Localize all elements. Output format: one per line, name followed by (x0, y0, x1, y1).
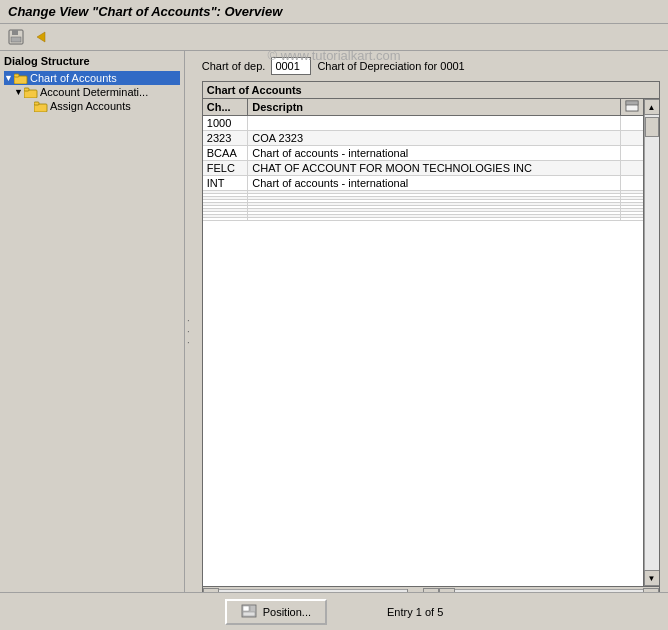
col-header-ch: Ch... (203, 99, 248, 116)
table-row[interactable]: BCAA Chart of accounts - international (203, 146, 643, 161)
sidebar-item-chart-of-accounts[interactable]: ▼ Chart of Accounts (4, 71, 180, 85)
svg-rect-5 (14, 74, 19, 77)
position-btn-label: Position... (263, 606, 311, 618)
bottom-bar: Position... Entry 1 of 5 (0, 592, 668, 630)
cell-ch: FELC (203, 161, 248, 176)
svg-rect-9 (34, 102, 39, 105)
cell-ch: BCAA (203, 146, 248, 161)
save-icon[interactable] (6, 27, 26, 47)
svg-rect-11 (626, 101, 638, 105)
vertical-scrollbar[interactable]: ▲ ▼ (643, 99, 659, 586)
table-wrapper: Ch... Descriptn (203, 99, 659, 586)
dep-description: Chart of Depreciation for 0001 (317, 60, 464, 72)
dep-value-input[interactable] (271, 57, 311, 75)
cell-desc: Chart of accounts - international (248, 146, 621, 161)
back-icon[interactable] (30, 27, 50, 47)
sidebar-separator: · · · (185, 51, 194, 611)
cell-ch: INT (203, 176, 248, 191)
sidebar-label-3: Assign Accounts (50, 100, 131, 112)
tree-toggle-3 (24, 101, 34, 111)
table-row[interactable]: 2323 COA 2323 (203, 131, 643, 146)
window-title: Change View "Chart of Accounts": Overvie… (0, 0, 668, 24)
header-row: Chart of dep. Chart of Depreciation for … (202, 57, 660, 75)
svg-rect-7 (24, 88, 29, 91)
sidebar-item-account-determination[interactable]: ▼ Account Determinati... (4, 85, 180, 99)
table-row[interactable] (203, 218, 643, 221)
sidebar-label-2: Account Determinati... (40, 86, 148, 98)
folder-icon-1 (14, 72, 28, 84)
dialog-structure-sidebar: Dialog Structure ▼ Chart of Accounts ▼ (0, 51, 185, 611)
cell-desc (248, 116, 621, 131)
svg-rect-16 (243, 606, 249, 611)
dep-label: Chart of dep. (202, 60, 266, 72)
cell-desc: Chart of accounts - international (248, 176, 621, 191)
tree-toggle-2: ▼ (14, 87, 24, 97)
table-container: Ch... Descriptn (203, 99, 643, 586)
table-section-title: Chart of Accounts (203, 82, 659, 99)
title-text: Change View "Chart of Accounts": Overvie… (8, 4, 282, 19)
cell-desc: CHAT OF ACCOUNT FOR MOON TECHNOLOGIES IN… (248, 161, 621, 176)
folder-open-icon (34, 100, 48, 112)
cell-ch: 2323 (203, 131, 248, 146)
scroll-track (644, 115, 660, 570)
scroll-thumb[interactable] (645, 117, 659, 137)
table-row[interactable]: 1000 (203, 116, 643, 131)
scroll-up-btn[interactable]: ▲ (644, 99, 660, 115)
folder-icon-2 (24, 86, 38, 98)
col-header-desc: Descriptn (248, 99, 621, 116)
position-button[interactable]: Position... (225, 599, 327, 625)
sidebar-title: Dialog Structure (4, 55, 180, 67)
position-btn-icon (241, 604, 257, 620)
table-corner-header[interactable] (621, 99, 644, 116)
cell-desc: COA 2323 (248, 131, 621, 146)
table-row[interactable]: FELC CHAT OF ACCOUNT FOR MOON TECHNOLOGI… (203, 161, 643, 176)
tree-toggle-1: ▼ (4, 73, 14, 83)
entry-info: Entry 1 of 5 (387, 606, 443, 618)
chart-of-accounts-table: Ch... Descriptn (203, 99, 643, 221)
svg-rect-1 (12, 30, 18, 35)
chart-of-accounts-table-section: Chart of Accounts Ch... Descriptn (202, 81, 660, 605)
sidebar-label-1: Chart of Accounts (30, 72, 117, 84)
table-row[interactable]: INT Chart of accounts - international (203, 176, 643, 191)
toolbar: © www.tutorialkart.com (0, 24, 668, 51)
cell-ch: 1000 (203, 116, 248, 131)
scroll-down-btn[interactable]: ▼ (644, 570, 660, 586)
svg-rect-2 (11, 37, 21, 42)
svg-marker-3 (37, 32, 45, 42)
sidebar-item-assign-accounts[interactable]: Assign Accounts (4, 99, 180, 113)
main-content: Dialog Structure ▼ Chart of Accounts ▼ (0, 51, 668, 611)
right-panel: Chart of dep. Chart of Depreciation for … (194, 51, 668, 611)
svg-rect-17 (243, 612, 255, 616)
